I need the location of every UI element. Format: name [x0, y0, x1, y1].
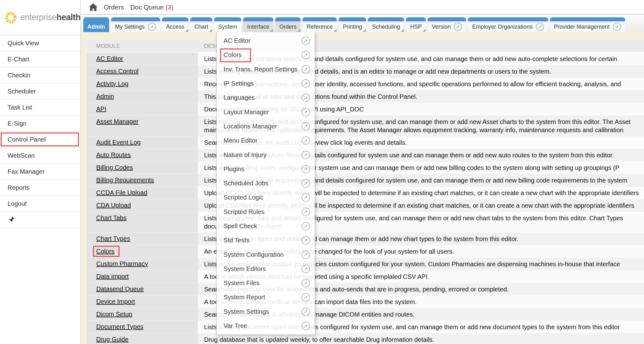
open-new-window-icon[interactable]: ↗: [302, 208, 310, 216]
tab-orders[interactable]: Orders: [275, 17, 301, 32]
module-link-billing-codes[interactable]: Billing Codes: [96, 164, 133, 171]
open-new-window-icon[interactable]: ↗: [302, 136, 310, 145]
module-link-chart-types[interactable]: Chart Types: [96, 235, 130, 242]
open-new-window-icon[interactable]: ↗: [302, 151, 310, 159]
open-new-window-icon[interactable]: ↗: [302, 222, 310, 230]
table-row: Drug Guide Drug database that is updated…: [87, 333, 644, 344]
open-new-window-icon[interactable]: ↗: [302, 179, 310, 188]
module-link-ccda-file-upload[interactable]: CCDA File Upload: [96, 189, 147, 196]
module-link-activity-log[interactable]: Activity Log: [96, 80, 128, 87]
sidebar-item-e-sign[interactable]: E-Sign: [0, 116, 80, 132]
menu-item-scripted-logic[interactable]: Scripted Logic ↗: [217, 190, 315, 205]
tab-my-settings[interactable]: My Settings ↗: [111, 17, 160, 32]
open-new-window-icon[interactable]: ↗: [613, 23, 621, 31]
open-new-window-icon[interactable]: ↗: [302, 265, 310, 273]
open-new-window-icon[interactable]: ↗: [302, 37, 310, 45]
module-link-cda-upload[interactable]: CDA Upload: [96, 202, 131, 209]
module-link-colors[interactable]: Colors: [96, 248, 114, 255]
module-link-asset-manager[interactable]: Asset Manager: [96, 118, 139, 125]
menu-item-std-tests[interactable]: Std Tests ↗: [217, 233, 315, 247]
open-new-window-icon[interactable]: ↗: [302, 108, 310, 116]
tab-access[interactable]: Access: [162, 17, 188, 32]
module-link-access-control[interactable]: Access Control: [96, 68, 139, 75]
module-link-device-import[interactable]: Device Import: [96, 298, 135, 305]
open-new-window-icon[interactable]: ↗: [302, 251, 310, 259]
open-new-window-icon[interactable]: ↗: [302, 122, 310, 131]
open-new-window-icon[interactable]: ↗: [536, 23, 544, 31]
open-new-window-icon[interactable]: ↗: [302, 293, 310, 302]
menu-item-spell-check[interactable]: Spell Check ↗: [217, 219, 315, 233]
sidebar-item-webscan[interactable]: WebScan: [0, 148, 80, 164]
menu-item-var-tree[interactable]: Var Tree ↗: [217, 319, 315, 333]
menu-item-system-settings[interactable]: System Settings ↗: [217, 305, 315, 319]
open-new-window-icon[interactable]: ↗: [302, 307, 310, 316]
tab-hsp[interactable]: HSP: [406, 17, 426, 32]
menu-item-languages[interactable]: Languages ↗: [217, 91, 315, 105]
sidebar-item-scheduler[interactable]: Scheduler: [0, 83, 80, 99]
open-new-window-icon[interactable]: ↗: [302, 79, 310, 88]
tab-system[interactable]: System: [214, 17, 241, 32]
sidebar-item-control-panel[interactable]: Control Panel: [0, 132, 80, 148]
open-new-window-icon[interactable]: ↗: [454, 23, 462, 31]
open-new-window-icon[interactable]: ↗: [302, 236, 310, 245]
tab-employer-organizations[interactable]: Employer Organizations ↗: [468, 17, 548, 32]
sidebar-item-fax-manager[interactable]: Fax Manager: [0, 164, 80, 180]
tab-printing[interactable]: Printing: [339, 17, 366, 32]
sidebar-item-quick-view[interactable]: Quick View: [0, 35, 80, 51]
menu-item-system-editors[interactable]: System Editors ↗: [217, 262, 315, 276]
module-link-chart-tabs[interactable]: Chart Tabs: [96, 214, 126, 222]
menu-item-colors[interactable]: Colors ↗: [217, 48, 315, 62]
tab-label: System: [218, 24, 237, 30]
module-link-ac-editor[interactable]: AC Editor: [96, 55, 123, 62]
menu-item-ac-editor[interactable]: AC Editor ↗: [217, 34, 315, 48]
module-link-document-types[interactable]: Document Types: [96, 323, 143, 330]
module-link-admin[interactable]: Admin: [96, 93, 114, 100]
module-link-data-import[interactable]: Data import: [96, 273, 129, 280]
open-new-window-icon[interactable]: ↗: [302, 193, 310, 202]
module-link-custom-pharmacy[interactable]: Custom Pharmacy: [96, 260, 148, 268]
menu-item-plugins[interactable]: Plugins ↗: [217, 162, 315, 176]
menu-item-system-files[interactable]: System Files ↗: [217, 276, 315, 290]
tab-scheduling[interactable]: Scheduling: [368, 17, 404, 32]
breadcrumb-doc-queue[interactable]: Doc Queue (3): [130, 3, 174, 11]
pin-row[interactable]: [0, 212, 80, 228]
menu-item-scripted-rules[interactable]: Scripted Rules ↗: [217, 205, 315, 219]
module-link-billing-requirements[interactable]: Billing Requirements: [96, 177, 154, 184]
sidebar-item-reports[interactable]: Reports: [0, 180, 80, 196]
sidebar-item-task-list[interactable]: Task List: [0, 99, 80, 116]
tab-chart[interactable]: Chart: [190, 17, 212, 32]
module-link-datasend-queue[interactable]: Datasend Queue: [96, 285, 144, 293]
menu-item-system-configuration[interactable]: System Configuration ↗: [217, 247, 315, 262]
module-link-api[interactable]: API: [96, 105, 106, 113]
open-new-window-icon[interactable]: ↗: [302, 93, 310, 102]
tab-admin[interactable]: Admin: [83, 17, 109, 32]
open-new-window-icon[interactable]: ↗: [302, 51, 310, 59]
sidebar-item-e-chart[interactable]: E-Chart: [0, 51, 80, 67]
open-new-window-icon[interactable]: ↗: [302, 322, 310, 330]
menu-item-ip-settings[interactable]: IP Settings ↗: [217, 76, 315, 91]
menu-item-layout-manager[interactable]: Layout Manager ↗: [217, 105, 315, 119]
open-new-window-icon[interactable]: ↗: [302, 279, 310, 287]
tab-reference[interactable]: Reference: [303, 17, 337, 32]
module-link-audit-event-log[interactable]: Audit Event Log: [96, 139, 141, 146]
open-new-window-icon[interactable]: ↗: [302, 65, 310, 74]
sidebar-item-logout[interactable]: Logout: [0, 196, 80, 212]
menu-item-nature-of-injury[interactable]: Nature of Injury ↗: [217, 148, 315, 162]
open-new-window-icon[interactable]: ↗: [148, 23, 156, 31]
module-link-drug-guide[interactable]: Drug Guide: [96, 336, 128, 343]
module-cell: Dicom Setup: [87, 308, 198, 321]
tab-provider-management[interactable]: Provider Management ↗: [550, 17, 625, 32]
home-icon[interactable]: [89, 3, 97, 11]
sidebar-item-checkin[interactable]: Checkin: [0, 67, 80, 83]
menu-item-locations-manager[interactable]: Locations Manager ↗: [217, 119, 315, 133]
module-link-auto-routes[interactable]: Auto Routes: [96, 151, 131, 159]
tab-version[interactable]: Version ↗: [428, 17, 466, 32]
module-link-dicom-setup[interactable]: Dicom Setup: [96, 311, 132, 318]
menu-item-menu-editor[interactable]: Menu Editor ↗: [217, 133, 315, 148]
breadcrumb-orders[interactable]: Orders: [104, 3, 124, 11]
menu-item-inv-trans-report-settings[interactable]: Inv. Trans. Report Settings ↗: [217, 62, 315, 76]
menu-item-scheduled-jobs[interactable]: Scheduled Jobs ↗: [217, 176, 315, 190]
tab-interface[interactable]: Interface: [243, 17, 273, 32]
open-new-window-icon[interactable]: ↗: [302, 165, 310, 173]
menu-item-system-report[interactable]: System Report ↗: [217, 290, 315, 304]
